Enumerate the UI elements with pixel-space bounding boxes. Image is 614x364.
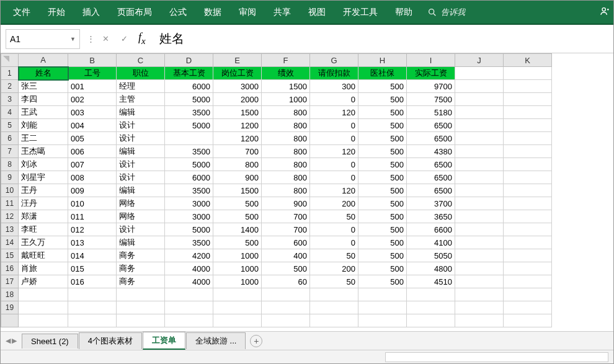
row-header[interactable]: 15 <box>1 249 19 262</box>
data-cell[interactable]: 3700 <box>407 197 455 210</box>
data-cell[interactable]: 5000 <box>165 93 213 106</box>
row-header[interactable] <box>1 314 19 327</box>
row-header[interactable]: 10 <box>1 184 19 197</box>
data-cell[interactable]: 800 <box>262 119 310 132</box>
data-cell[interactable]: 4800 <box>407 262 455 275</box>
data-cell[interactable]: 6500 <box>407 119 455 132</box>
empty-cell[interactable] <box>455 249 504 262</box>
data-cell[interactable]: 900 <box>213 171 262 184</box>
empty-cell[interactable] <box>455 223 504 236</box>
data-cell[interactable]: 6600 <box>407 223 455 236</box>
data-cell[interactable]: 王丹 <box>19 184 68 197</box>
data-cell[interactable]: 500 <box>358 184 407 197</box>
data-cell[interactable]: 0 <box>310 223 358 236</box>
data-cell[interactable]: 5000 <box>165 158 213 171</box>
data-cell[interactable]: 6000 <box>165 80 213 93</box>
data-cell[interactable]: 200 <box>310 197 358 210</box>
data-cell[interactable]: 4000 <box>165 275 213 288</box>
data-cell[interactable]: 800 <box>262 145 310 158</box>
empty-cell[interactable] <box>455 210 504 223</box>
empty-cell[interactable] <box>117 301 165 314</box>
data-cell[interactable]: 肖旅 <box>19 262 68 275</box>
empty-cell[interactable] <box>455 236 504 249</box>
fx-icon[interactable]: fx <box>138 31 146 47</box>
data-cell[interactable]: 006 <box>68 145 117 158</box>
row-header[interactable]: 5 <box>1 119 19 132</box>
data-cell[interactable]: 011 <box>68 210 117 223</box>
data-cell[interactable]: 007 <box>68 158 117 171</box>
sheet-tab-3[interactable]: 全域旅游 ... <box>186 332 246 349</box>
data-cell[interactable]: 700 <box>262 223 310 236</box>
data-cell[interactable]: 0 <box>310 119 358 132</box>
empty-cell[interactable] <box>310 301 358 314</box>
header-cell[interactable]: 职位 <box>117 67 165 80</box>
data-cell[interactable]: 50 <box>310 210 358 223</box>
empty-cell[interactable] <box>165 314 213 327</box>
data-cell[interactable]: 王杰噶 <box>19 145 68 158</box>
ribbon-tab-data[interactable]: 数据 <box>195 3 230 22</box>
data-cell[interactable]: 0 <box>310 158 358 171</box>
data-cell[interactable]: 汪丹 <box>19 197 68 210</box>
empty-cell[interactable] <box>504 236 552 249</box>
sheet-tab-1[interactable]: 4个图表素材 <box>79 332 142 349</box>
empty-cell[interactable] <box>504 301 552 314</box>
data-cell[interactable]: 6500 <box>407 171 455 184</box>
empty-cell[interactable] <box>504 132 552 145</box>
data-cell[interactable]: 013 <box>68 236 117 249</box>
data-cell[interactable]: 900 <box>262 197 310 210</box>
data-cell[interactable]: 设计 <box>117 158 165 171</box>
data-cell[interactable]: 500 <box>358 119 407 132</box>
cancel-formula-button[interactable]: ✕ <box>96 34 115 43</box>
confirm-formula-button[interactable]: ✓ <box>115 34 133 43</box>
empty-cell[interactable] <box>504 197 552 210</box>
data-cell[interactable]: 1000 <box>213 249 262 262</box>
data-cell[interactable]: 设计 <box>117 171 165 184</box>
data-cell[interactable]: 4100 <box>407 236 455 249</box>
empty-cell[interactable] <box>504 67 552 80</box>
empty-cell[interactable] <box>455 119 504 132</box>
data-cell[interactable]: 010 <box>68 197 117 210</box>
row-header[interactable]: 18 <box>1 288 19 301</box>
data-cell[interactable]: 6000 <box>165 171 213 184</box>
data-cell[interactable]: 5000 <box>165 119 213 132</box>
empty-cell[interactable] <box>504 106 552 119</box>
empty-cell[interactable] <box>504 80 552 93</box>
data-cell[interactable]: 经理 <box>117 80 165 93</box>
empty-cell[interactable] <box>310 288 358 301</box>
data-cell[interactable]: 9700 <box>407 80 455 93</box>
data-cell[interactable]: 800 <box>262 106 310 119</box>
data-cell[interactable]: 4380 <box>407 145 455 158</box>
col-header-J[interactable]: J <box>455 54 504 67</box>
data-cell[interactable]: 卢娇 <box>19 275 68 288</box>
data-cell[interactable]: 008 <box>68 171 117 184</box>
data-cell[interactable]: 李四 <box>19 93 68 106</box>
data-cell[interactable]: 300 <box>310 80 358 93</box>
grid-area[interactable]: A B C D E F G H I J K 1姓名工号职位基本工资岗位工资绩效请… <box>1 53 613 331</box>
empty-cell[interactable] <box>455 158 504 171</box>
sheet-nav-next[interactable]: ▶ <box>12 337 17 345</box>
col-header-E[interactable]: E <box>213 54 262 67</box>
empty-cell[interactable] <box>504 223 552 236</box>
data-cell[interactable]: 0 <box>310 132 358 145</box>
data-cell[interactable]: 500 <box>358 223 407 236</box>
data-cell[interactable]: 3500 <box>165 184 213 197</box>
data-cell[interactable]: 0 <box>310 171 358 184</box>
data-cell[interactable]: 500 <box>358 158 407 171</box>
empty-cell[interactable] <box>117 314 165 327</box>
header-cell[interactable]: 实际工资 <box>407 67 455 80</box>
data-cell[interactable]: 600 <box>262 236 310 249</box>
row-header[interactable]: 11 <box>1 197 19 210</box>
row-header[interactable]: 16 <box>1 262 19 275</box>
empty-cell[interactable] <box>455 184 504 197</box>
data-cell[interactable]: 3500 <box>165 145 213 158</box>
data-cell[interactable]: 700 <box>213 145 262 158</box>
data-cell[interactable]: 50 <box>310 249 358 262</box>
data-cell[interactable]: 编辑 <box>117 145 165 158</box>
empty-cell[interactable] <box>407 301 455 314</box>
col-header-H[interactable]: H <box>358 54 407 67</box>
data-cell[interactable]: 500 <box>358 80 407 93</box>
col-header-C[interactable]: C <box>117 54 165 67</box>
data-cell[interactable]: 500 <box>358 106 407 119</box>
data-cell[interactable]: 3000 <box>213 80 262 93</box>
data-cell[interactable]: 3500 <box>165 106 213 119</box>
